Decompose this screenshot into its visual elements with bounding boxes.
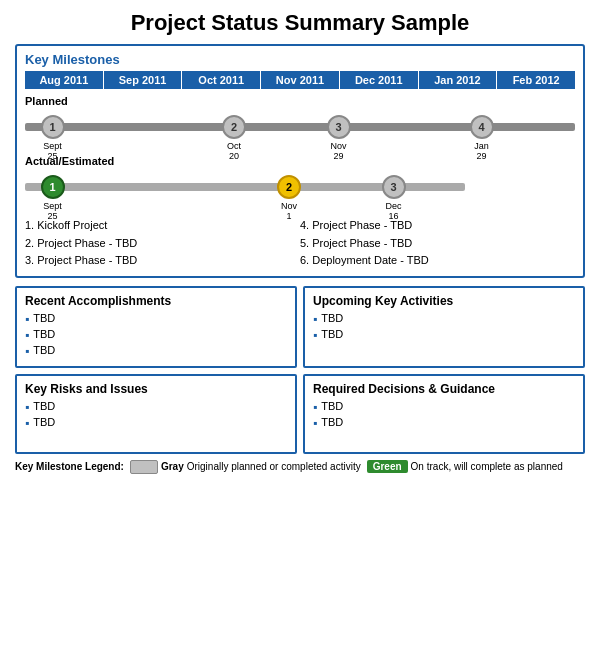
- legend-green-label: Green: [367, 460, 408, 473]
- item-2: 2. Project Phase - TBD: [25, 235, 300, 253]
- legend-label: Key Milestone Legend:: [15, 461, 124, 472]
- upcoming-box: Upcoming Key Activities TBD TBD: [303, 286, 585, 368]
- item-3: 3. Project Phase - TBD: [25, 252, 300, 270]
- planned-node-3-label: Nov29: [330, 141, 346, 161]
- months-row: Aug 2011 Sep 2011 Oct 2011 Nov 2011 Dec …: [25, 71, 575, 89]
- accomplishments-title: Recent Accomplishments: [25, 294, 287, 308]
- planned-node-2: 2: [222, 115, 246, 139]
- item-5: 5. Project Phase - TBD: [300, 235, 575, 253]
- items-left: 1. Kickoff Project 2. Project Phase - TB…: [25, 217, 300, 270]
- risks-list: TBD TBD: [25, 400, 287, 430]
- actual-label: Actual/Estimated: [25, 155, 575, 167]
- upcoming-item-2: TBD: [313, 328, 575, 342]
- accomplishments-list: TBD TBD TBD: [25, 312, 287, 358]
- upcoming-title: Upcoming Key Activities: [313, 294, 575, 308]
- actual-node-3: 3: [382, 175, 406, 199]
- page-title: Project Status Summary Sample: [15, 10, 585, 36]
- decisions-list: TBD TBD: [313, 400, 575, 430]
- upcoming-item-1: TBD: [313, 312, 575, 326]
- month-sep: Sep 2011: [104, 71, 183, 89]
- legend-gray-swatch: [130, 460, 158, 474]
- actual-node-1: 1: [41, 175, 65, 199]
- risks-item-2: TBD: [25, 416, 287, 430]
- risks-title: Key Risks and Issues: [25, 382, 287, 396]
- month-feb: Feb 2012: [497, 71, 575, 89]
- month-dec: Dec 2011: [340, 71, 419, 89]
- month-oct: Oct 2011: [182, 71, 261, 89]
- decisions-item-2: TBD: [313, 416, 575, 430]
- legend: Key Milestone Legend: Gray Originally pl…: [15, 460, 585, 474]
- planned-label: Planned: [25, 95, 575, 107]
- planned-timeline: 1 Sept25 2 Oct20 3 Nov29 4 Jan29: [25, 109, 575, 151]
- decisions-title: Required Decisions & Guidance: [313, 382, 575, 396]
- actual-node-3-label: Dec16: [385, 201, 401, 221]
- milestones-section: Key Milestones Aug 2011 Sep 2011 Oct 201…: [15, 44, 585, 278]
- milestones-header: Key Milestones: [25, 52, 575, 67]
- accomplishments-item-1: TBD: [25, 312, 287, 326]
- planned-node-4: 4: [470, 115, 494, 139]
- actual-node-1-label: Sept25: [43, 201, 62, 221]
- items-row: 1. Kickoff Project 2. Project Phase - TB…: [25, 217, 575, 270]
- legend-gray-label: Gray: [161, 461, 184, 472]
- planned-node-1-label: Sept25: [43, 141, 62, 161]
- accomplishments-box: Recent Accomplishments TBD TBD TBD: [15, 286, 297, 368]
- planned-node-1: 1: [41, 115, 65, 139]
- month-jan: Jan 2012: [419, 71, 498, 89]
- item-6: 6. Deployment Date - TBD: [300, 252, 575, 270]
- actual-node-2-label: Nov1: [281, 201, 297, 221]
- items-right: 4. Project Phase - TBD 5. Project Phase …: [300, 217, 575, 270]
- risks-item-1: TBD: [25, 400, 287, 414]
- legend-green-item: Green On track, will complete as planned: [367, 460, 563, 473]
- item-1: 1. Kickoff Project: [25, 217, 300, 235]
- planned-node-2-label: Oct20: [227, 141, 241, 161]
- accomplishments-item-3: TBD: [25, 344, 287, 358]
- legend-gray-desc: Originally planned or completed activity: [187, 461, 361, 472]
- month-nov: Nov 2011: [261, 71, 340, 89]
- decisions-box: Required Decisions & Guidance TBD TBD: [303, 374, 585, 454]
- decisions-item-1: TBD: [313, 400, 575, 414]
- month-aug: Aug 2011: [25, 71, 104, 89]
- upcoming-list: TBD TBD: [313, 312, 575, 342]
- info-boxes-grid: Recent Accomplishments TBD TBD TBD Upcom…: [15, 286, 585, 454]
- risks-box: Key Risks and Issues TBD TBD: [15, 374, 297, 454]
- actual-timeline: 1 Sept25 2 Nov1 3 Dec16: [25, 169, 575, 211]
- legend-gray-item: Gray Originally planned or completed act…: [130, 460, 361, 474]
- accomplishments-item-2: TBD: [25, 328, 287, 342]
- planned-node-4-label: Jan29: [474, 141, 489, 161]
- actual-node-2: 2: [277, 175, 301, 199]
- planned-node-3: 3: [327, 115, 351, 139]
- item-4: 4. Project Phase - TBD: [300, 217, 575, 235]
- legend-green-desc: On track, will complete as planned: [411, 461, 563, 472]
